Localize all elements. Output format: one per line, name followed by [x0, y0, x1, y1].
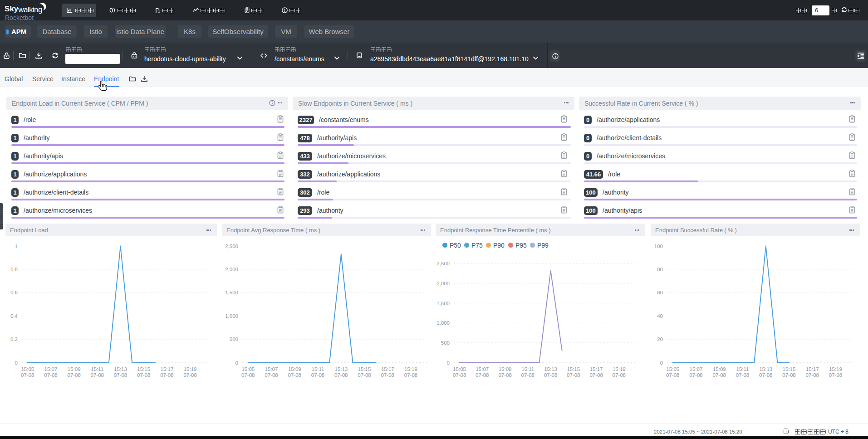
svg-text:15:13: 15:13: [114, 366, 127, 372]
svg-text:07-08: 07-08: [241, 372, 255, 378]
svg-text:1,500: 1,500: [436, 301, 450, 306]
svg-text:15:09: 15:09: [713, 366, 726, 372]
svg-text:07-08: 07-08: [404, 372, 417, 378]
svg-text:07-08: 07-08: [521, 372, 535, 378]
svg-text:07-08: 07-08: [44, 372, 57, 378]
svg-text:15:07: 15:07: [690, 366, 703, 372]
svg-text:07-08: 07-08: [114, 372, 127, 378]
svg-text:15:09: 15:09: [288, 366, 301, 372]
svg-text:2,000: 2,000: [225, 267, 238, 272]
svg-text:500: 500: [230, 337, 238, 342]
svg-text:07-08: 07-08: [160, 372, 173, 378]
svg-text:15:05: 15:05: [21, 366, 34, 372]
svg-text:15:09: 15:09: [499, 366, 512, 372]
svg-text:15:17: 15:17: [806, 366, 819, 372]
svg-text:07-08: 07-08: [21, 372, 34, 378]
svg-text:07-08: 07-08: [265, 372, 278, 378]
svg-text:60: 60: [657, 290, 663, 295]
svg-text:15:11: 15:11: [736, 366, 749, 372]
svg-text:2,500: 2,500: [436, 261, 450, 266]
svg-text:15:15: 15:15: [358, 366, 371, 372]
svg-text:15:13: 15:13: [334, 366, 348, 372]
svg-text:07-08: 07-08: [713, 372, 726, 378]
svg-text:07-08: 07-08: [666, 372, 679, 378]
svg-text:1,000: 1,000: [225, 313, 238, 319]
svg-text:80: 80: [657, 267, 663, 272]
svg-text:15:19: 15:19: [184, 366, 197, 372]
svg-text:15:05: 15:05: [666, 366, 679, 372]
svg-text:07-08: 07-08: [453, 372, 466, 378]
svg-text:15:07: 15:07: [265, 366, 278, 372]
svg-text:0: 0: [447, 360, 450, 366]
svg-text:07-08: 07-08: [498, 372, 511, 378]
svg-text:0.8: 0.8: [10, 267, 18, 272]
svg-text:40: 40: [657, 313, 663, 319]
svg-text:07-08: 07-08: [759, 372, 772, 378]
svg-text:07-08: 07-08: [334, 372, 348, 378]
svg-text:15:17: 15:17: [590, 366, 603, 372]
svg-text:15:07: 15:07: [476, 366, 489, 372]
svg-text:15:19: 15:19: [613, 366, 626, 372]
svg-text:15:11: 15:11: [312, 366, 324, 372]
svg-text:07-08: 07-08: [288, 372, 301, 378]
svg-text:15:05: 15:05: [241, 366, 255, 372]
svg-text:15:05: 15:05: [453, 366, 466, 372]
svg-text:07-08: 07-08: [183, 372, 196, 378]
svg-text:07-08: 07-08: [613, 372, 626, 378]
svg-text:07-08: 07-08: [311, 372, 324, 378]
svg-text:07-08: 07-08: [476, 372, 489, 378]
svg-text:15:15: 15:15: [137, 366, 150, 372]
svg-text:0.6: 0.6: [10, 290, 18, 295]
svg-text:07-08: 07-08: [589, 372, 603, 378]
svg-text:0: 0: [660, 360, 663, 366]
svg-text:2,500: 2,500: [225, 244, 238, 249]
svg-text:15:15: 15:15: [783, 366, 796, 372]
svg-text:15:13: 15:13: [544, 366, 557, 372]
svg-text:100: 100: [654, 244, 663, 249]
svg-text:15:09: 15:09: [68, 366, 81, 372]
svg-text:07-08: 07-08: [137, 372, 150, 378]
svg-text:07-08: 07-08: [67, 372, 80, 378]
svg-text:15:19: 15:19: [404, 366, 417, 372]
svg-text:07-08: 07-08: [736, 372, 749, 378]
svg-text:2,000: 2,000: [436, 281, 450, 286]
svg-text:0.4: 0.4: [10, 313, 18, 319]
svg-text:20: 20: [657, 337, 663, 342]
svg-text:15:19: 15:19: [829, 366, 842, 372]
svg-text:1: 1: [15, 244, 18, 249]
svg-text:15:11: 15:11: [521, 366, 534, 372]
svg-text:07-08: 07-08: [829, 372, 842, 378]
svg-text:07-08: 07-08: [358, 372, 371, 378]
svg-text:15:07: 15:07: [44, 366, 58, 372]
svg-text:07-08: 07-08: [806, 372, 819, 378]
svg-text:15:17: 15:17: [381, 366, 394, 372]
svg-text:07-08: 07-08: [91, 372, 104, 378]
svg-text:07-08: 07-08: [689, 372, 702, 378]
svg-text:07-08: 07-08: [544, 372, 557, 378]
svg-text:0: 0: [235, 360, 238, 366]
svg-text:07-08: 07-08: [381, 372, 394, 378]
svg-text:1,500: 1,500: [225, 290, 238, 295]
svg-text:15:13: 15:13: [759, 366, 772, 372]
svg-text:07-08: 07-08: [782, 372, 795, 378]
svg-text:0: 0: [15, 360, 18, 366]
svg-text:500: 500: [441, 340, 450, 346]
svg-text:15:15: 15:15: [567, 366, 580, 372]
svg-text:1,000: 1,000: [436, 320, 450, 326]
svg-text:15:17: 15:17: [161, 366, 174, 372]
svg-text:0.2: 0.2: [10, 337, 18, 342]
svg-text:07-08: 07-08: [567, 372, 580, 378]
svg-text:15:11: 15:11: [91, 366, 103, 372]
